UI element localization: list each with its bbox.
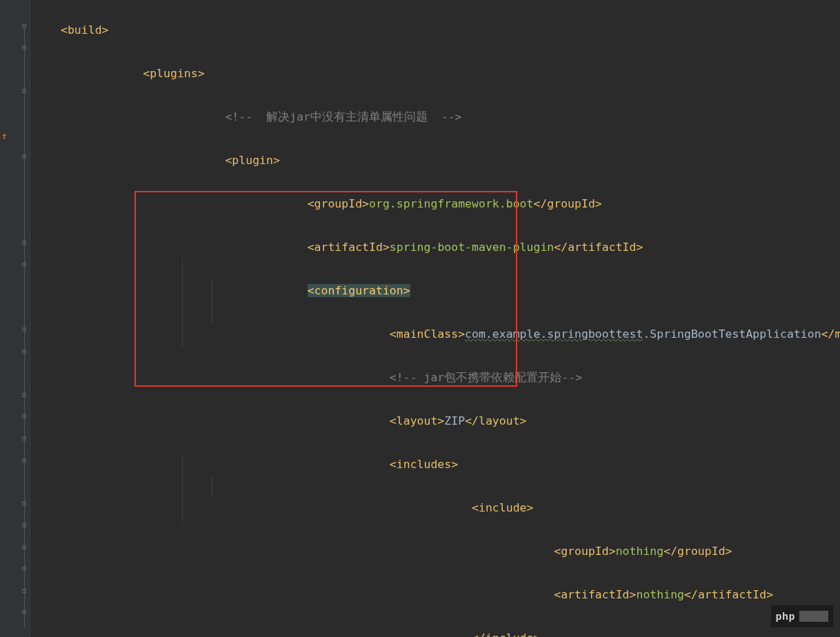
fold-toggle-icon[interactable]: ⊟ (20, 239, 28, 247)
xml-tag: </mainClass> (821, 327, 840, 341)
watermark-badge: php 中文网 (771, 605, 833, 627)
fold-toggle-icon[interactable]: ⊟ (20, 261, 28, 269)
code-line[interactable]: <groupId>org.springframework.boot</group… (30, 193, 840, 215)
fold-close-icon[interactable]: ⊟ (20, 391, 28, 399)
code-line[interactable]: </include> (30, 627, 840, 637)
fold-close-icon[interactable]: ⊟ (20, 521, 28, 529)
xml-text-value: nothing (616, 545, 664, 558)
xml-text-value: .SpringBootTestApplication (643, 327, 821, 341)
matched-tag-highlight: <configuration> (308, 284, 410, 297)
code-line[interactable]: <plugins> (30, 63, 840, 85)
xml-tag: <artifactId> (308, 241, 390, 254)
xml-text-value: com.example.springboottest (465, 327, 643, 341)
code-line[interactable]: <!-- 解决jar中没有主清单属性问题 --> (30, 106, 840, 128)
xml-tag: <includes> (390, 458, 458, 471)
xml-tag: <layout> (390, 414, 444, 427)
watermark-text-2: 中文网 (799, 611, 828, 622)
code-line[interactable]: <plugin> (30, 150, 840, 172)
code-line[interactable]: <mainClass>com.example.springboottest.Sp… (30, 323, 840, 345)
xml-tag: </include> (472, 631, 540, 637)
fold-toggle-icon[interactable]: ⊟ (20, 434, 28, 443)
xml-tag: </groupId> (533, 197, 601, 210)
code-line[interactable]: <build> (30, 19, 840, 41)
xml-comment: <!-- 解决jar中没有主清单属性问题 --> (225, 110, 461, 123)
xml-tag: </groupId> (663, 545, 732, 558)
fold-toggle-icon[interactable]: ⊟ (20, 22, 28, 30)
xml-text-value: spring-boot-maven-plugin (390, 241, 554, 254)
xml-tag: <groupId> (554, 545, 615, 558)
watermark-text: php (776, 611, 796, 622)
fold-close-icon[interactable]: ⊟ (20, 608, 28, 616)
fold-close-icon[interactable]: ⊟ (20, 347, 28, 356)
fold-close-icon[interactable]: ⊟ (20, 325, 28, 334)
fold-close-icon[interactable]: ⊟ (20, 543, 28, 552)
code-line[interactable]: <include> (30, 497, 840, 519)
code-line[interactable]: <!-- jar包不携带依赖配置开始--> (30, 367, 840, 389)
xml-comment: <!-- jar包不携带依赖配置开始--> (390, 371, 582, 384)
fold-column (19, 0, 30, 637)
xml-tag: <build> (61, 23, 109, 37)
xml-tag: <artifactId> (554, 588, 636, 601)
xml-text-value: ZIP (444, 414, 465, 427)
xml-tag: <include> (472, 501, 533, 514)
xml-tag: <mainClass> (390, 327, 465, 341)
fold-toggle-icon[interactable]: ⊟ (20, 87, 28, 95)
code-line[interactable]: <artifactId>spring-boot-maven-plugin</ar… (30, 236, 840, 259)
fold-toggle-icon[interactable]: ⊟ (20, 43, 28, 52)
code-line[interactable]: <includes> (30, 454, 840, 476)
xml-text-value: org.springframework.boot (369, 197, 533, 210)
xml-tag: </layout> (465, 414, 526, 427)
fold-toggle-icon[interactable]: ⊟ (20, 412, 28, 421)
code-line[interactable]: <groupId>nothing</groupId> (30, 540, 840, 563)
code-line[interactable]: <artifactId>nothing</artifactId> (30, 584, 840, 606)
vcs-change-marker-icon: ↑ (1, 130, 7, 139)
fold-close-icon[interactable]: ⊟ (20, 499, 28, 507)
xml-tag: <plugin> (225, 154, 279, 167)
xml-tag: <groupId> (308, 197, 369, 210)
editor-gutter (0, 0, 30, 637)
fold-toggle-icon[interactable]: ⊟ (20, 152, 28, 161)
fold-close-icon[interactable]: ⊟ (20, 587, 28, 595)
xml-tag: </artifactId> (554, 241, 643, 254)
xml-text-value: nothing (636, 588, 684, 601)
xml-tag: <plugins> (143, 67, 204, 80)
fold-close-icon[interactable]: ⊟ (20, 565, 28, 573)
code-editor-area[interactable]: <build> <plugins> <!-- 解决jar中没有主清单属性问题 -… (30, 0, 840, 637)
fold-toggle-icon[interactable]: ⊟ (20, 456, 28, 465)
code-line[interactable]: <layout>ZIP</layout> (30, 410, 840, 432)
xml-tag: </artifactId> (684, 588, 773, 601)
code-line[interactable]: <configuration> (30, 280, 840, 302)
